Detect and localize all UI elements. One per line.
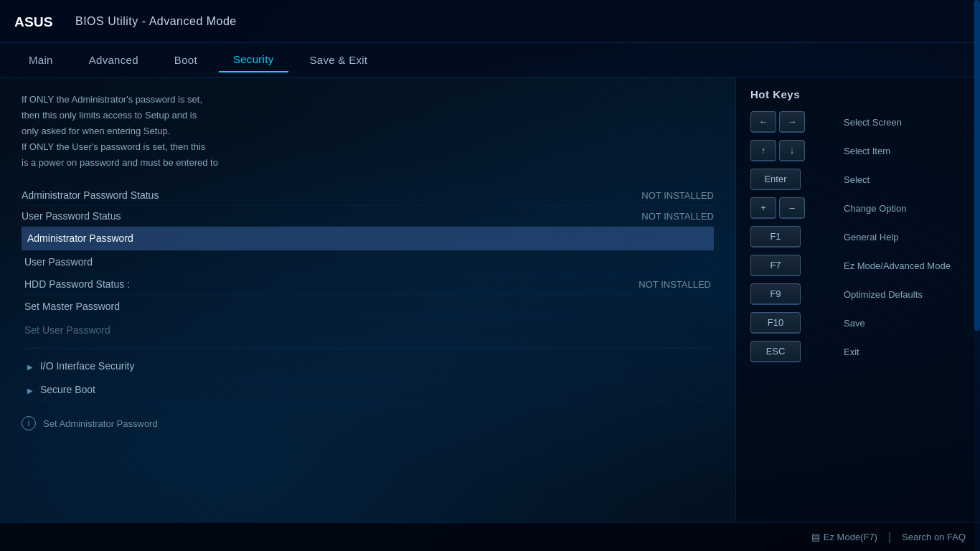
menu-item-admin-password[interactable]: Administrator Password — [22, 227, 714, 250]
hotkey-select-screen-keys: ← → — [750, 111, 837, 133]
footer-search-faq[interactable]: Search on FAQ — [902, 532, 966, 542]
key-left-arrow: ← — [750, 111, 776, 133]
footer-ez-mode[interactable]: ▤ Ez Mode(F7) — [811, 532, 877, 542]
menu-item-io-interface-security[interactable]: I/O Interface Security — [22, 354, 714, 378]
desc-line-3: only asked for when entering Setup. — [22, 123, 714, 139]
menu-item-set-user-password[interactable]: Set User Password — [22, 319, 714, 342]
hotkey-change-option-label: Change Option — [844, 203, 906, 214]
key-f9: F9 — [750, 283, 801, 305]
hotkey-select: Enter Select — [750, 169, 966, 190]
desc-line-1: If ONLY the Administrator's password is … — [22, 92, 714, 108]
key-enter: Enter — [750, 169, 801, 190]
key-esc: ESC — [750, 341, 801, 362]
hdd-password-status-value: NOT INSTALLED — [639, 279, 711, 290]
key-plus: + — [750, 197, 776, 219]
hotkey-optimized-defaults: F9 Optimized Defaults — [750, 283, 966, 305]
hotkey-general-help: F1 General Help — [750, 226, 966, 248]
main-panel: If ONLY the Administrator's password is … — [0, 77, 736, 522]
hotkey-exit-label: Exit — [844, 347, 859, 357]
hotkeys-title: Hot Keys — [750, 88, 966, 100]
footer-bar: ▤ Ez Mode(F7) | Search on FAQ — [0, 522, 980, 551]
hotkey-esc-keys: ESC — [750, 341, 837, 362]
key-up-arrow: ↑ — [750, 140, 776, 161]
separator-1 — [22, 348, 714, 349]
menu-item-set-master-password[interactable]: Set Master Password — [22, 295, 714, 319]
info-icon: i — [22, 416, 36, 430]
hotkeys-panel: Hot Keys ← → Select Screen ↑ ↓ Select It… — [736, 77, 980, 522]
key-right-arrow: → — [779, 111, 805, 133]
user-password-status-label: User Password Status — [22, 210, 121, 222]
key-down-arrow: ↓ — [779, 140, 805, 161]
admin-password-status-value: NOT INSTALLED — [641, 190, 714, 201]
hotkey-f10-keys: F10 — [750, 312, 837, 334]
user-password-status-value: NOT INSTALLED — [641, 211, 714, 222]
tab-save-exit[interactable]: Save & Exit — [296, 48, 382, 72]
hotkey-save: F10 Save — [750, 312, 966, 334]
content-area: If ONLY the Administrator's password is … — [0, 77, 980, 522]
tab-boot[interactable]: Boot — [160, 48, 212, 72]
tab-main[interactable]: Main — [14, 48, 67, 72]
hotkey-general-help-label: General Help — [844, 232, 899, 242]
hotkey-f1-keys: F1 — [750, 226, 837, 248]
key-f1: F1 — [750, 226, 801, 248]
hotkey-f9-keys: F9 — [750, 283, 837, 305]
desc-line-5: is a power on password and must be enter… — [22, 155, 714, 171]
scrollbar-thumb[interactable] — [974, 77, 980, 331]
nav-tabs: Main Advanced Boot Security Save & Exit — [0, 43, 980, 77]
hotkey-ez-mode: F7 Ez Mode/Advanced Mode — [750, 255, 966, 276]
tab-advanced[interactable]: Advanced — [75, 48, 153, 72]
key-minus: – — [779, 197, 805, 219]
hotkey-select-item-keys: ↑ ↓ — [750, 140, 837, 161]
footer-divider: | — [888, 531, 891, 544]
description-block: If ONLY the Administrator's password is … — [22, 92, 714, 171]
user-password-status-row: User Password Status NOT INSTALLED — [22, 206, 714, 227]
hotkey-select-item-label: Select Item — [844, 146, 890, 156]
admin-password-status-row: Administrator Password Status NOT INSTAL… — [22, 185, 714, 206]
key-f10: F10 — [750, 312, 801, 334]
desc-line-2: then this only limits access to Setup an… — [22, 108, 714, 123]
desc-line-4: If ONLY the User's password is set, then… — [22, 139, 714, 155]
hotkey-plusminus-keys: + – — [750, 197, 837, 219]
bios-container: ASUS BIOS Utility - Advanced Mode Main A… — [0, 0, 980, 551]
hotkey-save-label: Save — [844, 318, 865, 329]
admin-password-status-label: Administrator Password Status — [22, 189, 159, 201]
hotkey-change-option: + – Change Option — [750, 197, 966, 219]
svg-text:ASUS: ASUS — [14, 14, 53, 29]
hotkey-ez-mode-label: Ez Mode/Advanced Mode — [844, 260, 951, 271]
menu-item-secure-boot[interactable]: Secure Boot — [22, 378, 714, 402]
hdd-password-status-label: HDD Password Status : — [24, 278, 130, 290]
header: ASUS BIOS Utility - Advanced Mode — [0, 0, 980, 43]
hotkey-select-item: ↑ ↓ Select Item — [750, 140, 966, 161]
hotkey-f7-keys: F7 — [750, 255, 837, 276]
bottom-info: i Set Administrator Password — [22, 402, 714, 430]
hotkey-select-screen: ← → Select Screen — [750, 111, 966, 133]
header-title: BIOS Utility - Advanced Mode — [75, 15, 237, 28]
tab-security[interactable]: Security — [219, 47, 288, 72]
ez-mode-icon: ▤ — [811, 532, 820, 542]
hotkey-optimized-defaults-label: Optimized Defaults — [844, 289, 923, 300]
bottom-info-text: Set Administrator Password — [43, 418, 158, 429]
hotkey-enter-keys: Enter — [750, 169, 837, 190]
asus-logo: ASUS — [14, 11, 65, 32]
menu-item-user-password[interactable]: User Password — [22, 250, 714, 274]
hotkey-exit: ESC Exit — [750, 341, 966, 362]
hdd-password-status-row: HDD Password Status : NOT INSTALLED — [22, 274, 714, 295]
key-f7: F7 — [750, 255, 801, 276]
hotkey-select-screen-label: Select Screen — [844, 117, 902, 128]
hotkey-select-label: Select — [844, 174, 870, 185]
scrollbar-track[interactable] — [974, 77, 980, 522]
ez-mode-label: Ez Mode(F7) — [824, 532, 877, 542]
